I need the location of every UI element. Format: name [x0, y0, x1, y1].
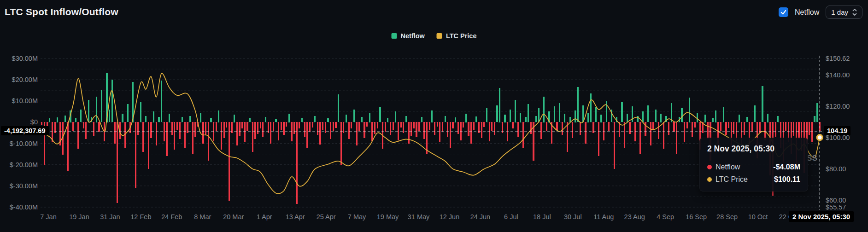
ltc-price-dot-icon	[707, 177, 712, 182]
tooltip-netflow-label: Netflow	[716, 161, 740, 173]
tooltip-netflow-value: -$4.08M	[773, 161, 800, 173]
crosshair-date-badge: 2 Nov 2025, 05:30	[789, 211, 854, 222]
tooltip-row-ltc-price: LTC Price $100.11	[707, 173, 800, 186]
tooltip-ltc-price-label: LTC Price	[716, 173, 748, 186]
crosshair-price-badge: 104.19	[824, 126, 850, 135]
watermark: SS	[807, 154, 818, 163]
tooltip-ltc-price-value: $100.11	[774, 173, 800, 186]
netflow-price-chart[interactable]	[0, 0, 868, 232]
tooltip-row-netflow: Netflow -$4.08M	[707, 161, 800, 173]
tooltip-date: 2 Nov 2025, 05:30	[707, 144, 800, 154]
ltc-spot-inflow-outflow-panel: LTC Spot Inflow/Outflow Netflow 1 day Ne…	[0, 0, 868, 232]
netflow-dot-icon	[707, 165, 712, 169]
crosshair-netflow-badge: -4,192,307.69	[1, 126, 49, 135]
chart-tooltip: 2 Nov 2025, 05:30 Netflow -$4.08M LTC Pr…	[699, 138, 808, 191]
